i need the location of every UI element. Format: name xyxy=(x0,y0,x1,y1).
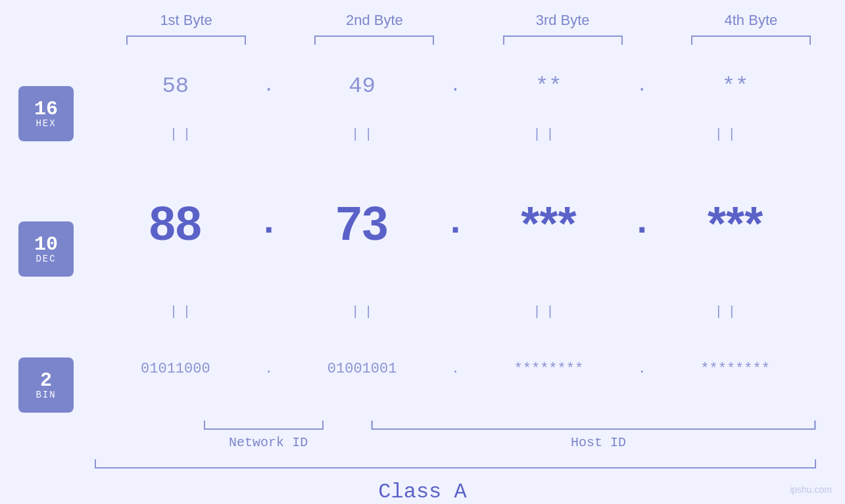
bracket-1 xyxy=(92,33,280,46)
hex-dot-1: . xyxy=(259,76,279,96)
dec-byte-4: *** xyxy=(652,196,819,250)
bin-badge: 2 BIN xyxy=(18,357,74,413)
host-id-label: Host ID xyxy=(378,435,819,450)
top-brackets xyxy=(0,33,845,46)
byte-header-1: 1st Byte xyxy=(92,12,280,29)
bin-dot-1: . xyxy=(259,361,279,377)
bracket-4 xyxy=(657,33,845,46)
eq-8: || xyxy=(637,304,819,319)
base-badges-col: 16 HEX 10 DEC 2 BIN xyxy=(0,46,92,453)
byte-headers-row: 1st Byte 2nd Byte 3rd Byte 4th Byte xyxy=(0,0,845,29)
bin-byte-2: 01001001 xyxy=(279,361,446,377)
hex-badge: 16 HEX xyxy=(18,86,74,141)
watermark: ipshu.com xyxy=(790,484,832,495)
hex-badge-label: HEX xyxy=(36,119,56,128)
hex-row: 58 . 49 . ** . ** xyxy=(92,46,845,126)
byte-header-3: 3rd Byte xyxy=(469,12,657,29)
big-bottom-bracket xyxy=(0,458,845,474)
dec-badge-label: DEC xyxy=(36,254,56,263)
class-label: Class A xyxy=(0,480,845,504)
byte-header-4: 4th Byte xyxy=(657,12,845,29)
bin-dot-2: . xyxy=(446,361,466,377)
bin-byte-1: 01011000 xyxy=(92,361,259,377)
eq-6: || xyxy=(274,304,455,319)
eq-4: || xyxy=(637,127,819,142)
eq-5: || xyxy=(92,304,274,319)
host-bracket xyxy=(368,419,819,432)
byte-header-2: 2nd Byte xyxy=(280,12,468,29)
hex-byte-3: ** xyxy=(466,74,633,99)
dec-dot-2: . xyxy=(446,202,466,244)
bin-badge-num: 2 xyxy=(40,371,52,390)
bracket-2 xyxy=(280,33,468,46)
values-area: 58 . 49 . ** . ** || || || xyxy=(92,46,845,453)
network-id-label: Network ID xyxy=(184,435,352,450)
dec-row: 88 . 73 . *** . *** xyxy=(92,143,845,303)
hex-byte-4: ** xyxy=(652,74,819,99)
dec-badge-num: 10 xyxy=(34,235,58,254)
network-bracket xyxy=(184,419,343,432)
dec-badge: 10 DEC xyxy=(18,221,74,277)
dec-dot-1: . xyxy=(259,202,279,244)
eq-3: || xyxy=(456,127,637,142)
eq-7: || xyxy=(456,304,637,319)
hex-byte-1: 58 xyxy=(92,74,259,99)
hex-dot-2: . xyxy=(446,76,466,96)
main-container: 1st Byte 2nd Byte 3rd Byte 4th Byte xyxy=(0,0,845,504)
bracket-3 xyxy=(469,33,657,46)
hex-badge-num: 16 xyxy=(34,99,58,119)
bin-badge-label: BIN xyxy=(36,390,56,400)
bin-byte-4: ******** xyxy=(652,361,819,377)
dec-byte-1: 88 xyxy=(92,196,259,250)
bottom-brackets xyxy=(92,419,845,432)
eq-2: || xyxy=(274,127,455,142)
eq-row-1: || || || || xyxy=(92,126,845,143)
bin-byte-3: ******** xyxy=(466,361,633,377)
hex-dot-3: . xyxy=(632,76,652,96)
bin-row: 01011000 . 01001001 . ******** . *******… xyxy=(92,321,845,417)
hex-byte-2: 49 xyxy=(279,74,446,99)
id-labels-row: Network ID Host ID xyxy=(92,435,845,450)
eq-row-2: || || || || xyxy=(92,303,845,321)
eq-1: || xyxy=(92,127,274,142)
dec-byte-3: *** xyxy=(466,196,633,250)
dec-dot-3: . xyxy=(632,202,652,244)
dec-byte-2: 73 xyxy=(279,196,446,250)
bin-dot-3: . xyxy=(632,361,652,377)
